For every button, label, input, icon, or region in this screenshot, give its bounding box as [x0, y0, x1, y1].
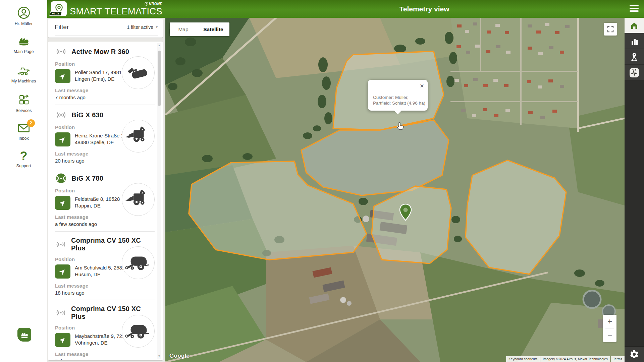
last-message-label: Last message: [55, 283, 155, 289]
map-canvas[interactable]: Map Satellite × Customer: Müller, Partfi…: [165, 18, 625, 362]
sidebar-item-inbox[interactable]: 2 Inbox: [0, 122, 47, 141]
position-button[interactable]: [55, 132, 70, 146]
scroll-down-icon[interactable]: ▼: [157, 354, 161, 359]
last-message-value: a few seconds ago: [55, 221, 155, 227]
toolbar-statistics-button[interactable]: [625, 34, 644, 49]
filter-active-dropdown[interactable]: 1 filter active ▼: [127, 24, 158, 30]
sidebar-item-label: Main Page: [0, 49, 47, 54]
machine-card[interactable]: BiG X 630 Position Heinz-Krone-Straße 1,…: [55, 105, 155, 168]
bar-chart-icon: [629, 36, 640, 47]
right-toolbar: [625, 18, 644, 362]
sidebar-item-my-machines[interactable]: My Machines: [0, 64, 47, 83]
brand-lockup: PLUS KRONE SMART TELEMATICS: [51, 1, 162, 16]
machine-image: [122, 120, 155, 153]
toolbar-geofence-button[interactable]: [625, 49, 644, 64]
satellite-imagery: [165, 18, 625, 362]
machine-card[interactable]: Comprima CV 150 XC Plus Position Am Schu…: [55, 232, 155, 300]
close-icon[interactable]: ×: [420, 82, 424, 89]
sidebar-item-services[interactable]: Services: [0, 93, 47, 113]
navigate-icon: [59, 72, 66, 80]
last-message-value: 20 hours ago: [55, 158, 155, 164]
zoom-out-button[interactable]: −: [603, 328, 616, 342]
plus-ribbon: PLUS: [49, 11, 62, 16]
machine-image: [122, 56, 155, 89]
inbox-badge: 2: [27, 119, 35, 127]
machine-name: BiG X 780: [71, 175, 103, 182]
toolbar-settings-button[interactable]: [625, 346, 644, 362]
last-message-value: 18 hours ago: [55, 290, 155, 296]
sidebar-item-label: Hr. Müller: [0, 21, 47, 26]
last-message-value: 7 days ago: [55, 358, 155, 360]
map-type-control: Map Satellite: [170, 22, 229, 36]
machine-name: BiG X 630: [71, 111, 103, 119]
machine-list: Active Mow R 360 Position Poller Sand 17…: [48, 42, 163, 360]
telemetry-icon: [628, 67, 640, 79]
filter-bar: Filter 1 filter active ▼: [48, 19, 163, 38]
pin-network-icon: [629, 51, 640, 63]
fullscreen-icon: [607, 26, 614, 33]
fullscreen-button[interactable]: [604, 23, 617, 36]
last-message-value: 7 months ago: [55, 95, 155, 100]
navigate-icon: [59, 268, 66, 275]
signal-active-icon: [55, 173, 67, 183]
sidebar-item-main-page[interactable]: Main Page: [0, 35, 47, 54]
infowindow-customer: Customer: Müller,: [373, 95, 425, 101]
position-button[interactable]: [55, 264, 70, 279]
sidebar-item-support[interactable]: ? Support: [0, 150, 47, 168]
home-icon: [629, 20, 640, 31]
app-window: Hr. Müller Main Page My Machines: [0, 0, 644, 362]
machine-card[interactable]: BiG X 780 Position Feldstraße 8, 18528 R…: [55, 168, 155, 232]
sidebar-item-label: My Machines: [0, 79, 47, 83]
machine-name: Active Mow R 360: [71, 48, 129, 56]
signal-inactive-icon: [55, 47, 67, 57]
header: PLUS KRONE SMART TELEMATICS Telemetry vi…: [47, 0, 644, 18]
machine-image: [122, 246, 155, 279]
question-icon: ?: [20, 150, 28, 163]
signal-inactive-icon: [55, 110, 67, 120]
chevron-down-icon: ▼: [155, 25, 158, 29]
navigate-icon: [59, 136, 66, 143]
sidebar-item-label: Services: [0, 108, 47, 113]
machine-card[interactable]: Active Mow R 360 Position Poller Sand 17…: [55, 42, 155, 105]
scroll-up-icon[interactable]: ▲: [157, 43, 161, 48]
list-scrollbar[interactable]: ▲ ▼: [157, 43, 161, 359]
tab-map[interactable]: Map: [170, 22, 197, 36]
machine-image: [122, 183, 155, 216]
map-zoom-control: + −: [603, 315, 616, 342]
toolbar-telemetry-button[interactable]: [625, 65, 644, 80]
sidebar-item-label: Inbox: [0, 136, 47, 141]
scrollbar-thumb[interactable]: [158, 51, 161, 106]
smart-telematics-logo: PLUS: [51, 1, 67, 16]
terms-link[interactable]: Terms: [611, 356, 625, 362]
page-title: Telemetry view: [399, 0, 449, 18]
signal-inactive-icon: [55, 308, 67, 318]
partfield-infowindow: × Customer: Müller, Partfield: Schlatt (…: [368, 80, 428, 111]
infowindow-partfield: Partfield: Schlatt (4.96 ha): [373, 100, 425, 106]
keyboard-shortcuts-link[interactable]: Keyboard shortcuts: [506, 356, 540, 362]
position-button[interactable]: [55, 196, 70, 210]
toolbar-home-button[interactable]: [625, 18, 644, 33]
signal-inactive-icon: [55, 239, 67, 249]
app-title: SMART TELEMATICS: [70, 7, 162, 16]
navigate-icon: [59, 336, 66, 344]
envelope-icon: 2: [17, 122, 31, 134]
machine-card[interactable]: Comprima CV 150 XC Plus Position Maybach…: [55, 300, 155, 360]
sidebar-item-user[interactable]: Hr. Müller: [0, 6, 47, 26]
sidebar-item-label: Support: [0, 164, 47, 168]
map-attribution: Keyboard shortcuts Imagery ©2024 Airbus,…: [506, 356, 625, 362]
tab-satellite[interactable]: Satellite: [197, 22, 229, 36]
navigate-icon: [59, 199, 66, 206]
position-button[interactable]: [55, 69, 70, 83]
machine-image: [122, 315, 155, 348]
hamburger-menu-icon[interactable]: [630, 5, 639, 12]
modules-arrow-icon: [17, 93, 30, 106]
zoom-in-button[interactable]: +: [603, 315, 616, 328]
filter-title: Filter: [55, 23, 69, 31]
krone-wordmark: KRONE: [145, 2, 162, 6]
last-message-label: Last message: [55, 351, 155, 357]
position-button[interactable]: [55, 333, 70, 347]
krone-app-logo[interactable]: [17, 328, 31, 342]
google-watermark: Google: [169, 353, 190, 359]
harvester-icon: [16, 64, 31, 77]
user-icon: [17, 6, 30, 19]
